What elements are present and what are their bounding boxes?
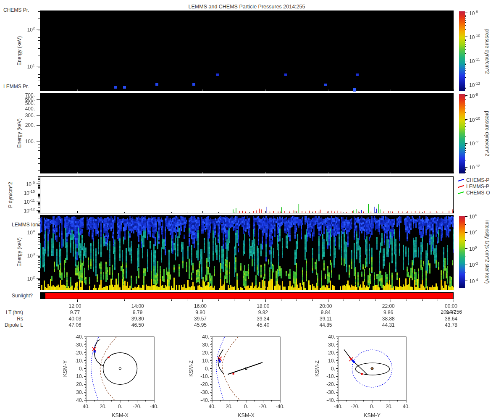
orbit-y-tick-label: 0. [331,366,335,372]
panel3-bottom-minor-tick [249,212,250,213]
orbit-y-tick-label: 40. [328,334,335,340]
colorbar-minor-tick [465,98,466,98]
panel-bottom-tick [202,89,203,91]
orbit-y-tick-label: 30. [202,342,209,348]
orbit-x-tick-label: -20. [133,404,142,410]
axis-major-tick [37,66,40,66]
orbit-x-tick-label: -40. [334,404,343,410]
time-minor-tick [124,299,125,301]
axis-minor-tick [38,216,40,216]
time-major-tick [454,299,454,302]
colorbar-minor-tick [465,273,466,273]
axis-minor-tick [38,199,40,199]
orbit-y-tick-label: 0. [79,366,83,372]
panel-bottom-tick [454,286,454,288]
axis-minor-tick [38,35,40,35]
colorbar-minor-tick [465,169,466,170]
orbit-y-tick-label: -30. [200,389,209,395]
axis-minor-tick [38,233,40,234]
colorbar-tick-label: 10-11 [469,140,480,147]
axis-tick-label: 300. [13,113,35,118]
time-major-tick [265,299,266,302]
time-minor-tick [109,299,109,301]
colorbar-minor-tick [465,38,466,38]
panel-bottom-tick [140,89,140,91]
time-minor-tick [234,299,234,301]
orbit-ylabel: KSM-Z [314,360,320,377]
axis-minor-tick [38,281,40,281]
colorbar-major-tick [465,119,467,120]
panel-bottom-tick [77,89,78,91]
colorbar-minor-tick [465,46,466,47]
axis-minor-tick [38,178,40,178]
axis-major-tick [37,116,40,116]
axis-minor-tick [38,194,40,194]
panel3-bottom-minor-tick [360,212,360,213]
axis-minor-tick [38,237,40,238]
orbit-y-tick-label: 20. [76,381,83,387]
colorbar-minor-tick [465,129,466,129]
axis-minor-tick [38,184,40,184]
orbit-square-marker [233,373,234,375]
panel3-bottom-minor-tick [312,212,313,213]
axis-minor-tick [38,85,40,86]
colorbar-minor-tick [465,25,466,26]
lt-value: 9.84 [312,310,339,315]
panel3-bottom-minor-tick [109,212,109,213]
orbit-circle [371,368,373,370]
colorbar-major-tick [465,232,467,233]
orbit-y-tick-label: -40. [200,397,209,403]
colorbar-minor-tick [465,62,466,62]
colorbar-tick-label: 10-12 [469,164,480,171]
orbit-x-tick-label: 40. [403,404,410,410]
panel-bottom-tick [265,286,266,288]
dipole-l-value: 47.06 [62,322,89,328]
orbit-curve-bow-shock [216,337,225,400]
time-minor-tick [249,299,250,301]
orbit-square-marker [94,350,96,352]
panel3-bottom-major-tick [77,211,78,213]
orbit-x-tick-label: 0. [118,404,122,410]
time-major-tick [328,299,328,302]
time-major-tick [202,299,203,302]
axis-minor-tick [38,188,40,189]
colorbar-minor-tick [465,63,466,63]
colorbar-minor-tick [465,44,466,45]
orbit-square-marker [108,357,110,358]
panel3-bottom-major-tick [265,211,266,213]
axis-minor-tick [38,239,40,239]
time-minor-tick [187,299,187,301]
orbit-x-tick-label: -40. [276,404,285,410]
orbit-x-tick-label: 0. [370,404,374,410]
axis-minor-tick [38,225,40,226]
axis-minor-tick [38,248,40,249]
axis-minor-tick [38,279,40,280]
time-minor-tick [281,299,281,301]
colorbar-tick-label: 104 [469,213,477,220]
panel-bottom-tick [202,286,203,288]
axis-minor-tick [38,260,40,261]
axis-minor-tick [38,206,40,206]
orbit-y-tick-label: 30. [328,342,335,348]
colorbar-minor-tick [465,53,466,54]
dipole-l-value: 45.95 [187,322,214,328]
axis-tick-label: 103 [13,252,35,259]
colorbar-minor-tick [465,40,466,41]
axis-minor-tick [38,72,40,72]
colorbar-minor-tick [465,224,466,225]
orbit-y-tick-label: -10. [74,358,83,364]
axis-minor-tick [38,213,40,213]
axis-minor-tick [38,262,40,262]
colorbar-major-tick [465,265,467,265]
colorbar-tick-label: 10-9 [469,92,478,99]
panel3-bottom-major-tick [328,211,328,213]
time-major-tick [391,299,391,302]
orbit-ylabel: KSM-Z [188,360,194,377]
axis-minor-tick [38,186,40,187]
colorbar-tick-label: 102 [469,229,477,236]
rs-value: 39.11 [312,316,339,322]
axis-tick-label: 200. [13,122,35,128]
orbit-x-tick-label: 20. [386,404,393,410]
orbit-x-tick-label: -20. [351,404,360,410]
axis-minor-tick [38,264,40,265]
